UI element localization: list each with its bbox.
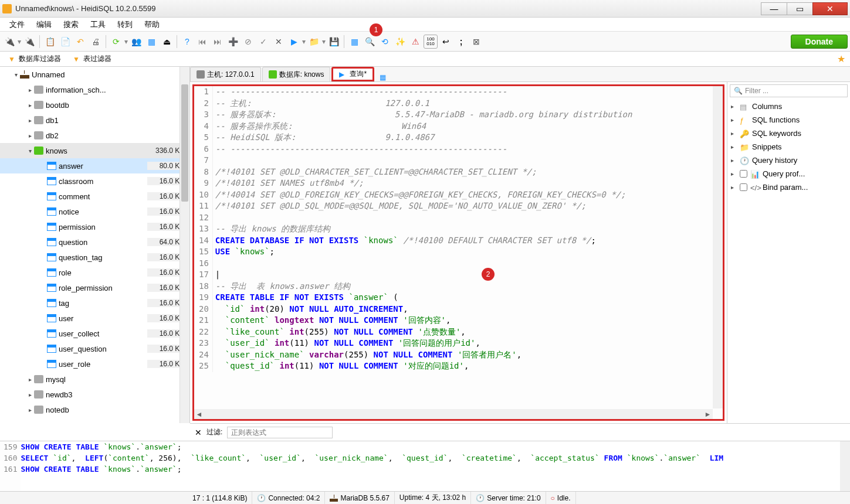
tree-item-user_question[interactable]: user_question16.0 KiB [0,341,189,356]
scroll-left-icon[interactable]: ◄ [194,409,204,419]
tree-item-user_collect[interactable]: user_collect16.0 KiB [0,326,189,341]
sidebar-scrollbar[interactable] [180,67,189,423]
filter-close-button[interactable]: ✕ [195,428,202,437]
tree-item-classroom[interactable]: classroom16.0 KiB [0,173,189,189]
new-tab-button[interactable]: ▦ [375,73,390,81]
add-icon[interactable]: ➕ [226,35,240,49]
search-icon[interactable]: 🔍 [363,35,377,49]
scroll-right-icon[interactable]: ► [703,409,713,419]
wrap-icon[interactable]: ↩ [439,35,453,49]
help-icon[interactable]: ? [180,35,194,49]
tree-item-role[interactable]: role16.0 KiB [0,265,189,280]
new-connect-icon[interactable]: 🔌 [22,35,36,49]
tab-host[interactable]: 主机: 127.0.0.1 [190,67,261,81]
expand-icon[interactable]: ▸ [26,407,34,413]
tree-item-notedb[interactable]: ▸notedb [0,402,189,417]
helper-query-prof-[interactable]: ▸📊Query prof... [727,167,850,181]
favorite-icon[interactable]: ★ [837,53,845,64]
tree-item-answer[interactable]: answer80.0 KiB [0,158,189,173]
tree-item-bootdb[interactable]: ▸bootdb [0,97,189,113]
tree-item-mysql[interactable]: ▸mysql [0,372,189,387]
expand-icon[interactable]: ▸ [26,391,34,398]
binary-icon[interactable]: 100010 [424,35,438,49]
expand-icon[interactable]: ▸ [731,103,737,110]
stop-icon[interactable]: ⊠ [469,35,483,49]
cancel-icon[interactable]: ✕ [272,35,286,49]
helper-sql-keywords[interactable]: ▸🔑SQL keywords [727,127,850,140]
variables-icon[interactable]: ▦ [144,35,158,49]
helper-query-history[interactable]: ▸🕐Query history [727,154,850,167]
helper-checkbox[interactable] [740,183,747,191]
expand-icon[interactable]: ▸ [26,376,34,383]
tree-item-user[interactable]: user16.0 KiB [0,311,189,326]
helper-snippets[interactable]: ▸📁Snippets [727,140,850,154]
donate-button[interactable]: Donate [791,35,848,49]
flush-icon[interactable]: ⏏ [160,35,174,49]
tree-item-permission[interactable]: permission16.0 KiB [0,219,189,234]
apply-icon[interactable]: ✓ [256,35,270,49]
expand-icon[interactable]: ▸ [26,132,34,139]
menu-搜索[interactable]: 搜索 [57,18,84,32]
tree-item-question_tag[interactable]: question_tag16.0 KiB [0,250,189,265]
helper-sql-functions[interactable]: ▸ƒSQL functions [727,113,850,127]
tree-item-information_sch...[interactable]: ▸information_sch... [0,82,189,97]
tab-database[interactable]: 数据库: knows [262,67,331,81]
helper-filter-input[interactable]: 🔍 Filter ... [730,84,848,97]
tree-item-db2[interactable]: ▸db2 [0,128,189,143]
first-icon[interactable]: ⏮ [195,35,209,49]
expand-icon[interactable]: ▾ [12,71,20,78]
sql-log[interactable]: 159160161SHOW CREATE TABLE `knows`.`answ… [0,441,850,491]
run-icon[interactable]: ▶ [287,35,301,49]
undo-icon[interactable]: ↶ [73,35,87,49]
expand-icon[interactable]: ▸ [731,184,737,190]
maximize-button[interactable]: ▭ [787,2,813,15]
tree-item-tag[interactable]: tag16.0 KiB [0,295,189,311]
menu-文件[interactable]: 文件 [4,18,31,32]
table-filter-tab[interactable]: ▼ 表过滤器 [67,52,117,66]
tree-item-user_role[interactable]: user_role16.0 KiB [0,356,189,372]
expand-icon[interactable]: ▸ [731,130,737,137]
grid-icon[interactable]: ▦ [347,35,361,49]
tree-item-question[interactable]: question64.0 KiB [0,234,189,250]
menu-帮助[interactable]: 帮助 [138,18,165,32]
expand-icon[interactable]: ▸ [731,117,737,123]
tree-item-role_permission[interactable]: role_permission16.0 KiB [0,280,189,295]
expand-icon[interactable]: ▸ [731,157,737,164]
print-icon[interactable]: 🖨 [89,35,103,49]
warning-icon[interactable]: ⚠ [408,35,422,49]
editor-hscrollbar[interactable]: ◄ ► [194,409,713,419]
tree-item-Unnamed[interactable]: ▾Unnamed [0,67,189,82]
menu-转到[interactable]: 转到 [111,18,138,32]
menu-编辑[interactable]: 编辑 [31,18,57,32]
tree-item-newdb3[interactable]: ▸newdb3 [0,387,189,402]
helper-checkbox[interactable] [740,170,747,178]
minimize-button[interactable]: — [761,2,787,15]
tree-item-notice[interactable]: notice16.0 KiB [0,204,189,219]
save-icon[interactable]: 💾 [327,35,341,49]
expand-icon[interactable]: ▾ [26,148,34,154]
expand-icon[interactable]: ▸ [731,144,737,150]
connect-icon[interactable]: 🔌 [2,35,16,49]
expand-icon[interactable]: ▸ [731,171,737,177]
copy-icon[interactable]: 📋 [43,35,57,49]
expand-icon[interactable]: ▸ [26,102,34,108]
paste-icon[interactable]: 📄 [58,35,72,49]
sql-editor[interactable]: 2 12345678910111213141516171819202122232… [192,84,724,421]
refresh-icon[interactable]: ⟳ [109,35,123,49]
filter-regex-input[interactable] [227,427,333,438]
semicolon-icon[interactable]: ; [454,35,468,49]
format-icon[interactable]: ✨ [393,35,407,49]
helper-bind-param-[interactable]: ▸</>Bind param... [727,181,850,194]
open-folder-icon[interactable]: 📁 [307,35,321,49]
database-tree[interactable]: ▾Unnamed▸information_sch...▸bootdb▸db1▸d… [0,67,189,417]
remove-icon[interactable]: ⊘ [241,35,255,49]
expand-icon[interactable]: ▸ [26,117,34,124]
menu-工具[interactable]: 工具 [84,18,111,32]
log-scrollbar[interactable] [840,441,850,491]
replace-icon[interactable]: ⟲ [378,35,392,49]
tree-item-knows[interactable]: ▾knows336.0 KiB [0,143,189,158]
tree-item-db1[interactable]: ▸db1 [0,113,189,128]
helper-columns[interactable]: ▸▤Columns [727,100,850,113]
tab-query[interactable]: ▶ 查询* [331,67,374,81]
editor-vscrollbar[interactable] [713,86,723,408]
